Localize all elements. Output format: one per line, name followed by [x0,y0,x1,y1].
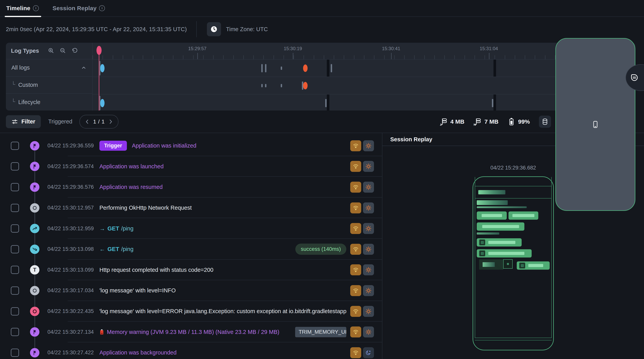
row-checkbox[interactable] [11,245,19,253]
row-checkbox[interactable] [11,183,19,191]
log-icon [30,286,40,295]
foreground-state-button[interactable] [363,306,374,317]
data-view-toggle[interactable] [539,116,551,128]
replay-view-toggle[interactable] [555,38,635,211]
row-connector-line [34,337,35,348]
log-timestamp: 04/22 15:30:12.957 [48,205,100,211]
reset-zoom-button[interactable] [71,47,78,54]
row-checkbox[interactable] [11,224,19,233]
timeline-marker-dot-orange [303,82,308,89]
replay-appbar [475,186,551,199]
row-checkbox[interactable] [11,349,19,357]
row-checkbox[interactable] [11,162,19,170]
log-row[interactable]: 04/22 15:30:27.134Memory warning (JVM 9.… [0,322,382,342]
filter-label: Filter [22,118,35,125]
log-list: 04/22 15:29:36.559TriggerApplication was… [0,133,382,359]
wireframe-small-bar [482,262,495,267]
zoom-out-button[interactable] [60,47,66,54]
battery-stat: 99% [508,117,530,126]
foreground-state-button[interactable] [363,327,374,338]
log-timestamp: 04/22 15:30:27.134 [48,329,100,335]
log-row[interactable]: 04/22 15:29:36.559TriggerApplication was… [0,135,382,156]
row-checkbox[interactable] [11,307,19,316]
info-icon: i [33,5,39,11]
log-type-row-lifecycle[interactable]: └ Lifecycle [6,93,92,110]
row-connector-line [34,151,35,162]
svg-text:N: N [474,123,476,126]
timeline-marker-dot-orange [303,64,308,72]
replay-statusbar [475,177,551,186]
trigger-badge: Trigger [100,141,127,151]
log-message: 'log message' with level=INFO [100,287,176,294]
log-type-row-all-logs[interactable]: All logs [6,59,92,76]
network-state-button[interactable] [350,327,361,338]
network-state-button[interactable] [350,202,361,213]
native-memory-stat: N 7 MB [474,118,498,126]
network-state-button[interactable] [350,223,361,234]
clock-button[interactable] [207,22,221,36]
log-row[interactable]: 04/22 15:30:22.435'log message' with lev… [0,301,382,322]
log-type-label: Custom [18,82,38,88]
log-row[interactable]: 04/22 15:30:13.098←GET/pingsuccess (140m… [0,239,382,260]
foreground-state-button[interactable] [363,161,374,172]
log-row[interactable]: 04/22 15:29:36.574Application was launch… [0,156,382,177]
network-state-button[interactable] [350,140,361,151]
log-timestamp: 04/22 15:29:36.574 [48,163,100,169]
log-row[interactable]: T04/22 15:30:13.099Http request complete… [0,260,382,280]
foreground-state-button[interactable] [363,223,374,234]
network-state-button[interactable] [350,161,361,172]
prev-page-button[interactable] [82,119,92,125]
log-row[interactable]: 04/22 15:30:17.034'log message' with lev… [0,280,382,301]
wireframe-button-with-icon [477,238,522,247]
network-state-button[interactable] [350,244,361,255]
row-checkbox[interactable] [11,266,19,274]
network-state-button[interactable] [350,306,361,317]
lifecycle-icon [30,141,40,150]
time-tick-label: 15:30:41 [382,46,400,51]
main-content: 04/22 15:29:36.559TriggerApplication was… [0,133,644,359]
tab-timeline[interactable]: Timeline i [6,0,39,16]
network-state-button[interactable] [350,182,361,193]
filter-button[interactable]: Filter [6,115,41,128]
foreground-state-button[interactable] [363,140,374,151]
foreground-state-button[interactable] [363,285,374,296]
error-icon [30,307,40,316]
row-checkbox[interactable] [11,142,19,150]
log-row[interactable]: 04/22 15:30:12.957Performing OkHttp Netw… [0,198,382,218]
lifecycle-icon [30,182,40,192]
playhead-marker[interactable] [96,46,102,55]
network-state-button[interactable] [350,347,361,358]
zoom-in-button[interactable] [48,47,54,54]
row-checkbox[interactable] [11,328,19,336]
log-row[interactable]: 04/22 15:29:36.576Application was resume… [0,177,382,198]
timeline-marker-bar-dark [494,59,496,77]
time-tick-label: 15:30:19 [284,46,302,51]
log-type-row-custom[interactable]: └ Custom [6,76,92,93]
network-state-button[interactable] [350,264,361,275]
row-checkbox[interactable] [11,287,19,295]
foreground-state-button[interactable] [363,264,374,275]
net-in-icon [30,245,40,254]
background-state-button[interactable] [363,347,374,358]
wireframe-dark-box [479,259,504,270]
native-memory-icon: N [474,118,482,126]
foreground-state-button[interactable] [363,182,374,193]
foreground-state-button[interactable] [363,244,374,255]
memory-trim-badge: TRIM_MEMORY_UI_... [295,327,346,337]
network-state-button[interactable] [350,285,361,296]
row-connector-line [34,171,35,183]
chevron-up-icon[interactable] [81,65,87,71]
row-connector-line [34,296,35,307]
wireframe-text-bar [477,232,499,235]
log-row[interactable]: 04/22 15:30:27.422Application was backgr… [0,342,382,359]
log-row[interactable]: 04/22 15:30:12.959→GET/ping [0,218,382,239]
foreground-state-button[interactable] [363,202,374,213]
next-page-button[interactable] [106,119,116,125]
timeline-marker-bar-dark [327,94,330,110]
timeline-chart-area[interactable]: 15:29:5715:30:1915:30:4115:31:0415:31:26 [92,43,635,110]
log-message: Application was launched [100,163,164,170]
row-checkbox[interactable] [11,204,19,212]
tab-session-replay[interactable]: Session Replay i [52,0,106,16]
log-message: Application was initialized [132,142,196,149]
tab-session-replay-label: Session Replay [52,5,97,11]
